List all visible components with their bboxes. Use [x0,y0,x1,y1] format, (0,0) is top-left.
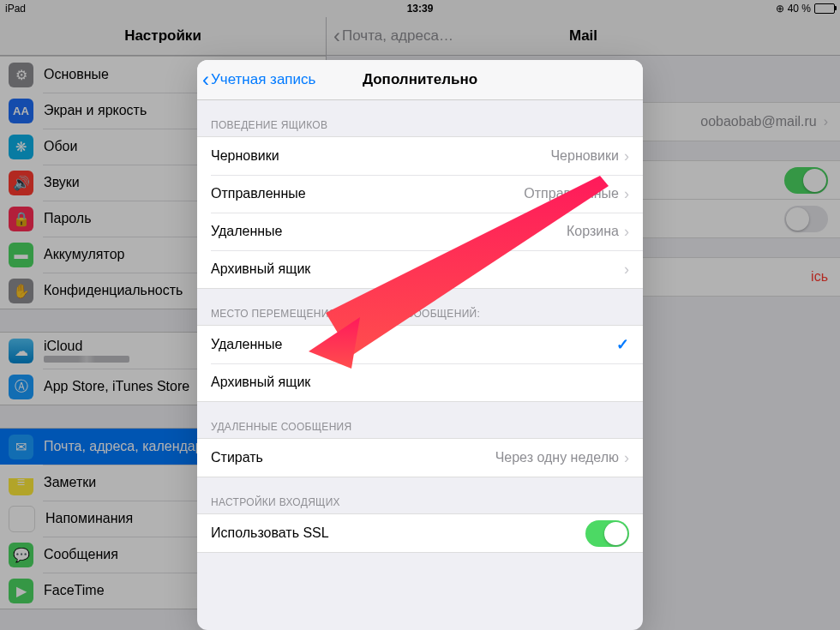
chevron-left-icon: ‹ [202,69,209,90]
remove-value: Через одну неделю [495,450,619,465]
modal-title: Дополнительно [363,71,477,88]
section-header-mailbox: Поведение ящиков [197,100,643,136]
remove-row[interactable]: Стирать Через одну неделю › [197,439,643,477]
section-header-incoming: Настройки входящих [197,477,643,513]
mailbox-row-2[interactable]: УдаленныеКорзина› [197,213,643,250]
ssl-switch[interactable] [585,520,629,547]
ssl-row[interactable]: Использовать SSL [197,514,643,552]
mailbox-value: Отправленные [524,186,619,201]
modal-header: ‹ Учетная запись Дополнительно [197,60,643,100]
discard-row-1[interactable]: Архивный ящик [197,363,643,401]
mailbox-label: Черновики [211,148,279,164]
chevron-right-icon: › [624,185,629,203]
mailbox-value: Черновики [550,148,619,164]
section-header-discard: Место перемещения ненужных сообщений: [197,289,643,325]
chevron-right-icon: › [624,261,629,279]
modal-back-button[interactable]: ‹ Учетная запись [202,69,315,90]
section-header-deleted: Удаленные сообщения [197,402,643,438]
advanced-modal: ‹ Учетная запись Дополнительно Поведение… [197,60,643,630]
modal-back-label: Учетная запись [211,71,315,88]
mailbox-row-0[interactable]: ЧерновикиЧерновики› [197,137,643,175]
chevron-right-icon: › [624,223,629,241]
chevron-right-icon: › [624,449,629,467]
ssl-label: Использовать SSL [211,525,329,541]
discard-label: Удаленные [211,337,282,352]
discard-row-0[interactable]: Удаленные✓ [197,326,643,363]
check-icon: ✓ [616,335,629,354]
mailbox-label: Архивный ящик [211,261,310,277]
chevron-right-icon: › [624,147,629,165]
discard-label: Архивный ящик [211,375,310,390]
mailbox-label: Удаленные [211,224,282,239]
mailbox-row-3[interactable]: Архивный ящик› [197,250,643,288]
mailbox-value: Корзина [567,224,619,239]
mailbox-label: Отправленные [211,186,306,201]
mailbox-row-1[interactable]: ОтправленныеОтправленные› [197,175,643,213]
remove-label: Стирать [211,450,263,465]
